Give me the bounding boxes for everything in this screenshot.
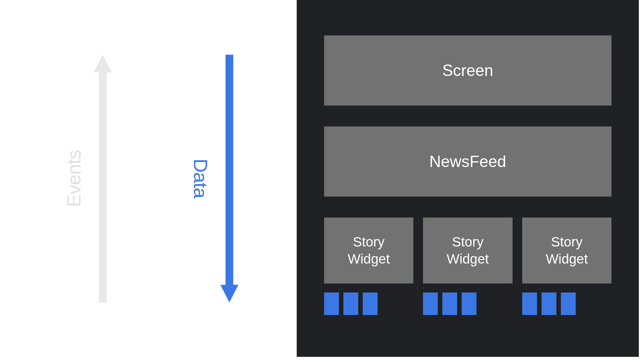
newsfeed-box: NewsFeed — [324, 126, 611, 197]
widget-group: Story Widget — [423, 218, 512, 315]
chip — [561, 292, 576, 315]
chip — [522, 292, 537, 315]
chip — [324, 292, 339, 315]
story-widget-box: Story Widget — [423, 218, 512, 283]
chips-row — [423, 292, 512, 315]
data-label: Data — [189, 159, 212, 198]
chip — [343, 292, 358, 315]
story-widget-box: Story Widget — [324, 218, 413, 283]
widget-group: Story Widget — [522, 218, 611, 315]
chip — [423, 292, 438, 315]
data-arrow-group: Data — [189, 0, 239, 357]
story-widget-box: Story Widget — [522, 218, 611, 283]
chip — [442, 292, 457, 315]
chip — [462, 292, 476, 315]
left-panel: Events Data — [5, 0, 297, 357]
arrow-up-icon — [93, 55, 112, 302]
chip — [542, 292, 556, 315]
diagram-container: Events Data Screen NewsFeed Story Widget — [5, 0, 639, 357]
chips-row — [522, 292, 611, 315]
chip — [363, 292, 378, 315]
arrow-down-icon — [220, 55, 239, 302]
right-panel: Screen NewsFeed Story Widget Story Widge… — [297, 0, 639, 357]
widgets-row: Story Widget Story Widget Story Widget — [324, 218, 611, 315]
screen-box: Screen — [324, 35, 611, 106]
chips-row — [324, 292, 413, 315]
widget-group: Story Widget — [324, 218, 413, 315]
events-arrow-group: Events — [63, 0, 112, 357]
events-label: Events — [63, 150, 85, 207]
